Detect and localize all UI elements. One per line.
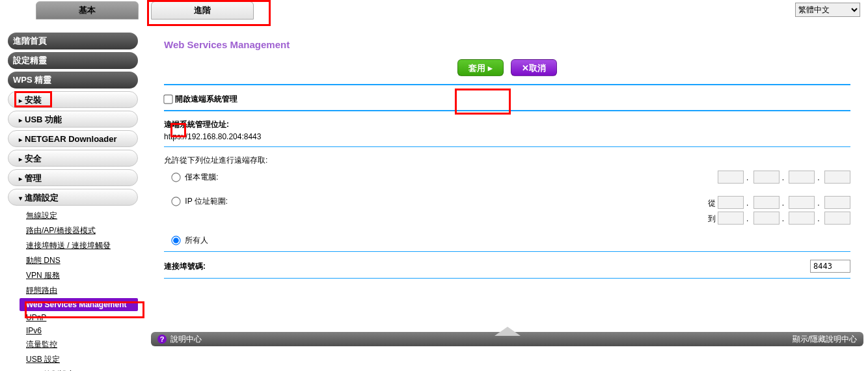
chevron-right-icon: ▸ [19, 97, 22, 104]
sidebar-section-security[interactable]: ▸安全 [8, 150, 138, 167]
tab-basic[interactable]: 基本 [36, 1, 139, 20]
language-select[interactable]: 繁體中文 [795, 3, 860, 17]
chevron-right-icon: ▸ [19, 175, 22, 182]
ip-octet[interactable] [789, 212, 815, 225]
language-select-wrap: 繁體中文 [795, 3, 860, 17]
ip-octet[interactable] [789, 196, 815, 209]
allow-everyone-radio[interactable] [171, 236, 180, 245]
sidebar-section-label: 管理 [25, 173, 42, 183]
ip-octet[interactable] [718, 171, 744, 184]
allow-label: 允許從下列位址進行遠端存取: [164, 151, 850, 167]
sidebar-top-home[interactable]: 進階首頁 [8, 33, 138, 49]
sidebar-section-admin[interactable]: ▸管理 [8, 169, 138, 186]
sidebar-section-label: 安裝 [25, 95, 42, 105]
sidebar: 進階首頁 設定精靈 WPS 精靈 ▸安裝 ▸USB 功能 ▸NETGEAR Do… [8, 33, 138, 371]
ip-octet[interactable] [753, 171, 780, 184]
divider [164, 84, 850, 85]
ip-octet[interactable] [753, 212, 780, 225]
tab-advanced[interactable]: 進階 [151, 1, 254, 20]
sidebar-sub-wireless[interactable]: 無線設定 [20, 208, 138, 223]
sidebar-section-usb[interactable]: ▸USB 功能 [8, 111, 138, 128]
ip-octet[interactable] [789, 171, 815, 184]
chevron-down-icon: ▾ [19, 195, 22, 202]
sidebar-section-label: USB 功能 [25, 115, 62, 124]
help-bar: ? 說明中心 顯示/隱藏說明中心 [151, 332, 863, 346]
sidebar-section-label: 安全 [25, 154, 42, 163]
sidebar-sub-vpn[interactable]: VPN 服務 [20, 268, 138, 283]
sidebar-sub-usb-settings[interactable]: USB 設定 [20, 352, 138, 367]
enable-remote-row: 開啟遠端系統管理 [164, 89, 850, 109]
divider [164, 278, 850, 279]
sidebar-sub-ddns[interactable]: 動態 DNS [20, 253, 138, 268]
sidebar-sub-wsm[interactable]: Web Services Management [20, 298, 138, 311]
remote-addr-label: 遠端系統管理位址: [164, 119, 850, 130]
chevron-right-icon: ▸ [19, 136, 22, 143]
sidebar-sub-led[interactable]: LED 控制設定 [20, 367, 138, 371]
sidebar-section-label: 進階設定 [25, 193, 59, 202]
to-label: 到 [708, 214, 716, 223]
sidebar-top-wps[interactable]: WPS 精靈 [8, 72, 138, 89]
enable-remote-label: 開啟遠端系統管理 [175, 94, 237, 105]
sidebar-sub-static-route[interactable]: 靜態路由 [20, 283, 138, 298]
sidebar-sub-upnp[interactable]: UPnP [20, 311, 138, 324]
allow-this-pc-label: 僅本電腦: [185, 172, 218, 182]
ip-octet[interactable] [718, 196, 744, 209]
sidebar-top-wizard[interactable]: 設定精靈 [8, 52, 138, 69]
remote-addr-value: https://192.168.80.204:8443 [164, 130, 850, 141]
divider [164, 146, 850, 147]
allow-ip-range-radio[interactable] [171, 197, 180, 206]
allow-everyone-label: 所有人 [185, 236, 208, 245]
page-title: Web Services Management [151, 33, 863, 55]
content-panel: Web Services Management 套用 ▸ ✕取消 開啟遠端系統管… [151, 33, 863, 329]
top-tab-bar: 基本 進階 繁體中文 [0, 0, 868, 22]
chevron-right-icon: ▸ [19, 156, 22, 163]
ip-octet[interactable] [824, 196, 850, 209]
ip-octet[interactable] [718, 212, 744, 225]
sidebar-section-downloader[interactable]: ▸NETGEAR Downloader [8, 130, 138, 147]
sidebar-section-install[interactable]: ▸安裝 [8, 91, 138, 108]
sidebar-section-advanced[interactable]: ▾進階設定 [8, 189, 138, 206]
help-icon: ? [157, 335, 167, 344]
help-title: 說明中心 [170, 334, 202, 345]
sidebar-sub-port-forward[interactable]: 連接埠轉送 / 連接埠觸發 [20, 238, 138, 253]
ip-range-fields: 從 . . . 到 . . . [708, 196, 850, 225]
ip-octet[interactable] [753, 196, 780, 209]
divider [164, 110, 850, 111]
sidebar-section-label: NETGEAR Downloader [25, 134, 117, 144]
enable-remote-checkbox[interactable] [163, 94, 172, 103]
divider [164, 251, 850, 252]
button-row: 套用 ▸ ✕取消 [151, 55, 863, 83]
ip-octet[interactable] [824, 171, 850, 184]
ip-octet[interactable] [824, 212, 850, 225]
sidebar-sub-traffic[interactable]: 流量監控 [20, 337, 138, 352]
port-input[interactable] [810, 260, 850, 273]
expand-up-icon[interactable] [495, 327, 521, 336]
port-label: 連接埠號碼: [164, 261, 206, 272]
sidebar-sublist: 無線設定 路由/AP/橋接器模式 連接埠轉送 / 連接埠觸發 動態 DNS VP… [20, 208, 138, 371]
chevron-right-icon: ▸ [19, 117, 22, 124]
allow-ip-range-label: IP 位址範圍: [185, 197, 228, 206]
cancel-button[interactable]: ✕取消 [511, 59, 557, 76]
help-toggle-link[interactable]: 顯示/隱藏說明中心 [793, 334, 857, 345]
sidebar-sub-ipv6[interactable]: IPv6 [20, 324, 138, 337]
this-pc-ip-fields: . . . [718, 171, 850, 184]
allow-this-pc-radio[interactable] [171, 172, 180, 182]
apply-button[interactable]: 套用 ▸ [457, 59, 504, 76]
svg-marker-0 [495, 327, 521, 336]
main-area: 進階首頁 設定精靈 WPS 精靈 ▸安裝 ▸USB 功能 ▸NETGEAR Do… [0, 33, 868, 371]
sidebar-sub-router-mode[interactable]: 路由/AP/橋接器模式 [20, 223, 138, 238]
from-label: 從 [708, 199, 716, 208]
